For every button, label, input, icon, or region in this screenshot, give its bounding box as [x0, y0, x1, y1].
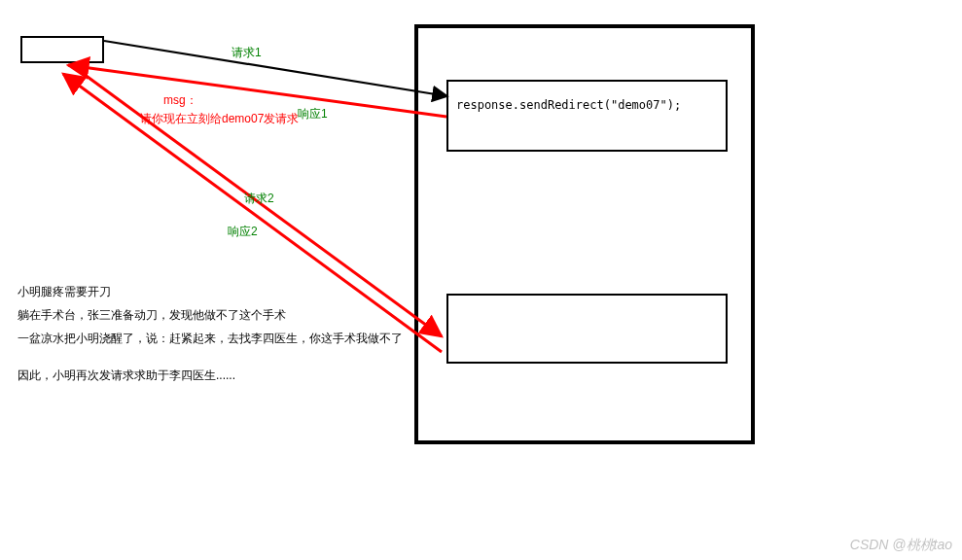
demo06-box: response.sendRedirect("demo07"); [446, 80, 728, 152]
story-line4: 因此，小明再次发请求求助于李四医生...... [18, 364, 403, 387]
label-resp2: 响应2 [228, 224, 258, 240]
redirect-code: response.sendRedirect("demo07"); [456, 98, 681, 112]
story-line3: 一盆凉水把小明浇醒了，说：赶紧起来，去找李四医生，你这手术我做不了 [18, 327, 403, 350]
label-msg-title: msg： [163, 92, 197, 109]
label-req1: 请求1 [232, 45, 262, 61]
arrow-resp1 [68, 65, 446, 117]
arrow-req1 [104, 41, 447, 96]
label-resp1: 响应1 [298, 106, 328, 122]
story-line1: 小明腿疼需要开刀 [18, 280, 403, 303]
story-block: 小明腿疼需要开刀 躺在手术台，张三准备动刀，发现他做不了这个手术 一盆凉水把小明… [18, 280, 403, 387]
client-box [20, 36, 104, 63]
label-msg-body: 请你现在立刻给demo07发请求 [140, 111, 299, 127]
label-req2: 请求2 [244, 191, 274, 207]
story-line2: 躺在手术台，张三准备动刀，发现他做不了这个手术 [18, 303, 403, 327]
watermark: CSDN @桃桃tao [850, 537, 952, 554]
demo07-box [446, 294, 728, 364]
